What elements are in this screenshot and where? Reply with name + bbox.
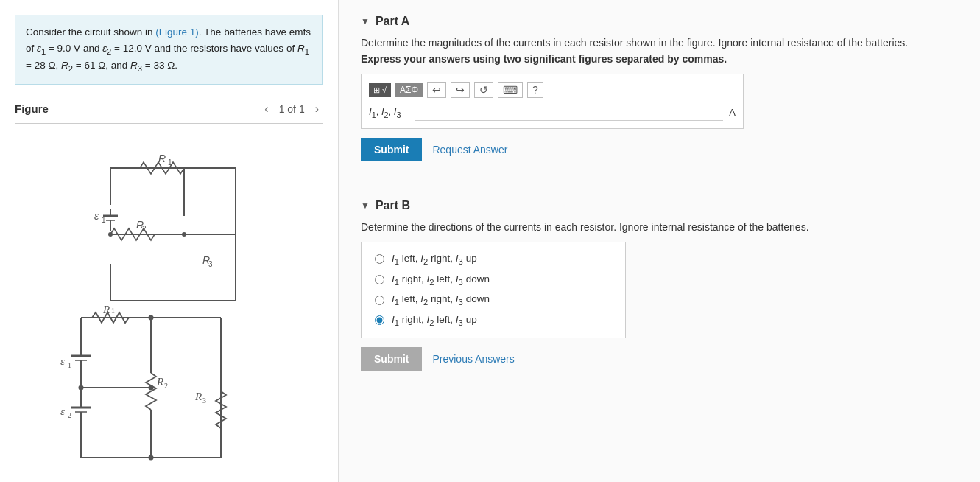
- svg-text:R: R: [156, 376, 163, 388]
- svg-text:3: 3: [202, 397, 206, 405]
- radio-input-4[interactable]: [375, 315, 384, 325]
- part-b-label: Part B: [376, 199, 410, 212]
- answer-box-a: ⊞√ ΑΣΦ ↩ ↪ ↺ ⌨ ? I1, I2, I3 = A: [361, 74, 744, 129]
- unit-label-a: A: [729, 107, 736, 118]
- matrix-button[interactable]: ⊞√: [369, 83, 391, 97]
- svg-text:R: R: [158, 153, 165, 164]
- figure-label: Figure: [15, 102, 49, 115]
- part-a-section: ▼ Part A Determine the magnitudes of the…: [361, 15, 958, 161]
- next-figure-button[interactable]: ›: [311, 101, 323, 117]
- figure-label-row: Figure ‹ 1 of 1 ›: [15, 97, 323, 124]
- section-divider: [361, 184, 958, 184]
- part-a-header: ▼ Part A: [361, 15, 958, 28]
- request-answer-link[interactable]: Request Answer: [432, 144, 507, 156]
- radio-option-2: I1 right, I2 left, I3 down: [375, 273, 612, 287]
- undo-button[interactable]: ↩: [427, 82, 446, 98]
- part-a-instruction: Express your answers using two significa…: [361, 53, 958, 65]
- help-button[interactable]: ?: [527, 82, 543, 98]
- svg-text:ε: ε: [94, 210, 99, 222]
- svg-point-53: [149, 455, 154, 461]
- left-panel: Consider the circuit shown in (Figure 1)…: [0, 0, 339, 482]
- radio-label-1[interactable]: I1 left, I2 right, I3 up: [392, 253, 477, 266]
- part-b-section: ▼ Part B Determine the directions of the…: [361, 199, 958, 371]
- radio-label-4[interactable]: I1 right, I2 left, I3 up: [392, 314, 477, 327]
- svg-text:ε: ε: [60, 405, 65, 417]
- figure-nav: ‹ 1 of 1 ›: [260, 101, 323, 117]
- svg-text:ε: ε: [60, 355, 65, 367]
- figure-link[interactable]: (Figure 1): [155, 27, 199, 38]
- reset-button[interactable]: ↺: [474, 82, 493, 98]
- svg-text:2: 2: [68, 411, 71, 419]
- part-b-header: ▼ Part B: [361, 199, 958, 212]
- part-a-chevron[interactable]: ▼: [361, 16, 370, 27]
- part-b-chevron[interactable]: ▼: [361, 200, 370, 211]
- circuit-figure: ε 1 R 2 R 1: [22, 303, 250, 475]
- part-a-description: Determine the magnitudes of the currents…: [361, 37, 958, 49]
- svg-text:1: 1: [68, 361, 71, 369]
- symbol-button[interactable]: ΑΣΦ: [395, 83, 423, 97]
- svg-text:2: 2: [164, 382, 168, 390]
- svg-point-51: [149, 385, 154, 391]
- svg-point-52: [149, 315, 154, 321]
- submit-button-a[interactable]: Submit: [361, 138, 422, 161]
- answer-input-a[interactable]: [415, 104, 724, 121]
- problem-statement: Consider the circuit shown in (Figure 1)…: [15, 15, 323, 85]
- svg-text:1: 1: [102, 216, 106, 224]
- submit-button-b[interactable]: Submit: [361, 347, 422, 371]
- radio-label-3[interactable]: I1 left, I2 right, I3 down: [392, 293, 490, 307]
- previous-answers-link[interactable]: Previous Answers: [432, 353, 514, 365]
- radio-label-2[interactable]: I1 right, I2 left, I3 down: [392, 273, 490, 287]
- svg-point-50: [79, 385, 84, 391]
- input-label-a: I1, I2, I3 =: [369, 106, 409, 119]
- redo-button[interactable]: ↪: [451, 82, 470, 98]
- svg-text:1: 1: [111, 307, 115, 315]
- svg-text:R: R: [194, 391, 202, 402]
- figure-counter: 1 of 1: [279, 103, 305, 115]
- radio-input-2[interactable]: [375, 275, 384, 284]
- part-a-label: Part A: [376, 15, 410, 28]
- prev-figure-button[interactable]: ‹: [260, 101, 272, 117]
- part-b-description: Determine the directions of the currents…: [361, 221, 958, 233]
- radio-input-1[interactable]: [375, 254, 384, 264]
- keyboard-button[interactable]: ⌨: [498, 82, 523, 98]
- circuit-diagram: R 1 ε 1 R 2: [15, 131, 323, 323]
- right-panel: ▼ Part A Determine the magnitudes of the…: [339, 0, 980, 482]
- radio-option-4: I1 right, I2 left, I3 up: [375, 314, 612, 327]
- radio-option-1: I1 left, I2 right, I3 up: [375, 253, 612, 266]
- toolbar: ⊞√ ΑΣΦ ↩ ↪ ↺ ⌨ ?: [369, 82, 736, 98]
- action-row-a: Submit Request Answer: [361, 138, 958, 161]
- options-box-b: I1 left, I2 right, I3 up I1 right, I2 le…: [361, 242, 626, 338]
- radio-option-3: I1 left, I2 right, I3 down: [375, 293, 612, 307]
- action-row-b: Submit Previous Answers: [361, 347, 958, 371]
- input-row-a: I1, I2, I3 = A: [369, 104, 736, 121]
- radio-input-3[interactable]: [375, 296, 384, 305]
